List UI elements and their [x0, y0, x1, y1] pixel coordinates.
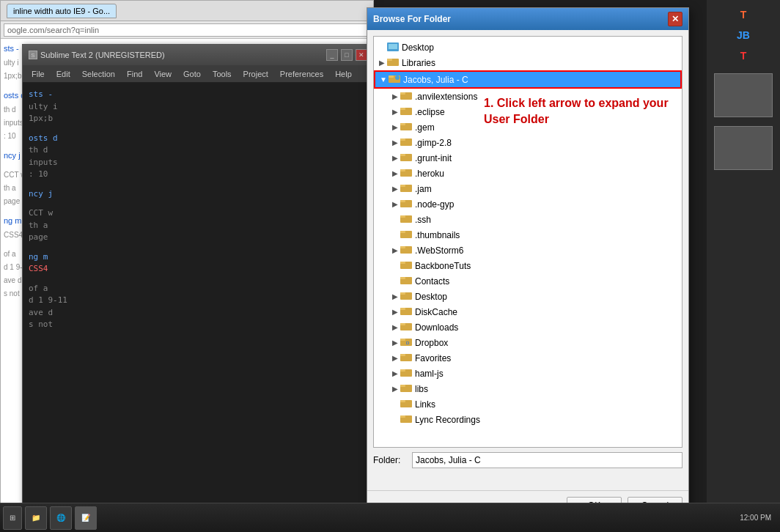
tree-item-webstorm6[interactable]: ▶.WebStorm6	[374, 243, 682, 258]
maximize-button[interactable]: □	[341, 49, 353, 61]
tree-item-libraries[interactable]: ▶Libraries	[374, 55, 682, 70]
menu-project[interactable]: Project	[238, 68, 274, 80]
tree-item-dropbox[interactable]: ▶DDropbox	[374, 335, 682, 350]
tree-label-anvilextensions: .anvilextensions	[415, 92, 477, 102]
expand-arrow-libraries[interactable]: ▶	[377, 58, 387, 68]
expand-arrow-haml-js[interactable]: ▶	[390, 369, 400, 379]
folder-icon-backbonetuts	[400, 259, 412, 272]
tree-item-favorites[interactable]: ▶Favorites	[374, 350, 682, 366]
expand-arrow-heroku[interactable]: ▶	[390, 169, 400, 179]
tree-item-lync-recordings[interactable]: Lync Recordings	[374, 412, 682, 427]
svg-rect-3	[387, 59, 392, 61]
expand-arrow-desktop[interactable]: ▶	[390, 292, 400, 302]
menu-find[interactable]: Find	[121, 68, 148, 80]
tree-item-contacts[interactable]: Contacts	[374, 273, 682, 289]
tree-item-node-gyp[interactable]: ▶.node-gyp	[374, 196, 682, 212]
svg-rect-40	[400, 339, 405, 341]
right-panel-icons: T JB T	[707, 0, 780, 176]
tree-item-desktop-top[interactable]: Desktop	[374, 40, 682, 55]
sublime-editor[interactable]: sts - ulty i 1px;b osts d th d inputs : …	[23, 83, 373, 527]
tree-item-diskcache[interactable]: ▶DiskCache	[374, 304, 682, 319]
folder-icon-grunt-init	[400, 152, 412, 164]
taskbar: ⊞ 📁 🌐 📝 12:00 PM	[0, 503, 780, 532]
tree-label-grunt-init: .grunt-init	[415, 153, 452, 163]
menu-goto[interactable]: Goto	[177, 68, 207, 80]
expand-arrow-eclipse[interactable]: ▶	[390, 107, 400, 117]
svg-rect-38	[400, 323, 405, 325]
folder-icon-desktop	[400, 290, 412, 303]
menu-tools[interactable]: Tools	[207, 68, 238, 80]
tree-item-ssh[interactable]: .ssh	[374, 212, 682, 227]
menu-view[interactable]: View	[148, 68, 177, 80]
expand-arrow-jacobs-julia[interactable]: ▼	[378, 75, 389, 85]
tree-label-lync-recordings: Lync Recordings	[415, 415, 480, 425]
expand-arrow-lync-recordings	[390, 415, 400, 425]
close-button[interactable]: ✕	[356, 49, 367, 61]
svg-rect-24	[400, 215, 405, 218]
expand-arrow-libs[interactable]: ▶	[390, 384, 400, 394]
folder-icon-eclipse	[400, 106, 412, 118]
expand-arrow-downloads[interactable]: ▶	[390, 322, 400, 333]
menu-preferences[interactable]: Preferences	[274, 68, 329, 80]
minimize-button[interactable]: _	[326, 49, 338, 61]
expand-arrow-desktop-top	[377, 43, 387, 53]
svg-rect-30	[400, 262, 405, 264]
expand-arrow-dropbox[interactable]: ▶	[390, 338, 400, 348]
tree-item-thumbnails[interactable]: .thumbnails	[374, 227, 682, 243]
menu-edit[interactable]: Edit	[51, 68, 76, 80]
tree-item-backbonetuts[interactable]: BackboneTuts	[374, 258, 682, 273]
taskbar-browser[interactable]: 🌐	[50, 506, 72, 530]
folder-icon-jacobs-julia	[389, 73, 400, 86]
tree-label-heroku: .heroku	[415, 169, 444, 179]
address-bar[interactable]: oogle.com/search?q=inlin	[4, 23, 370, 37]
tree-item-desktop[interactable]: ▶Desktop	[374, 289, 682, 304]
folder-icon-gimp28	[400, 136, 412, 149]
tree-item-libs[interactable]: ▶libs	[374, 381, 682, 396]
right-panel: T JB T	[707, 0, 780, 532]
tree-item-downloads[interactable]: ▶Downloads	[374, 319, 682, 335]
folder-icon-heroku	[400, 167, 412, 180]
browser-tab-bar: inline width auto IE9 - Go...	[1, 1, 373, 21]
window-controls: _ □ ✕	[326, 49, 367, 61]
tree-item-gimp28[interactable]: ▶.gimp-2.8	[374, 135, 682, 150]
expand-arrow-diskcache[interactable]: ▶	[390, 307, 400, 317]
sublime-title: Sublime Text 2 (UNREGISTERED)	[40, 51, 165, 59]
expand-arrow-favorites[interactable]: ▶	[390, 353, 400, 363]
tree-item-jam[interactable]: ▶.jam	[374, 181, 682, 196]
tree-item-grunt-init[interactable]: ▶.grunt-init	[374, 150, 682, 166]
folder-icon-downloads	[400, 321, 412, 333]
folder-input[interactable]	[412, 452, 682, 468]
svg-rect-10	[400, 108, 405, 110]
expand-arrow-webstorm6[interactable]: ▶	[390, 245, 400, 256]
folder-icon-anvilextensions	[400, 90, 412, 103]
svg-rect-47	[400, 385, 405, 387]
start-button[interactable]: ⊞	[3, 506, 22, 530]
menu-help[interactable]: Help	[329, 68, 358, 80]
folder-icon-desktop-top	[387, 41, 399, 53]
svg-rect-43	[400, 354, 405, 356]
dialog-titlebar: Browse For Folder ✕	[367, 8, 688, 30]
menu-file[interactable]: File	[26, 68, 51, 80]
tree-item-links[interactable]: Links	[374, 396, 682, 412]
taskbar-editor[interactable]: 📝	[75, 506, 97, 530]
tree-item-haml-js[interactable]: ▶haml-js	[374, 366, 682, 381]
folder-icon-dropbox: D	[400, 336, 412, 349]
browser-tab[interactable]: inline width auto IE9 - Go...	[7, 4, 117, 18]
tree-item-jacobs-julia[interactable]: ▼Jacobs, Julia - C	[374, 70, 682, 89]
tree-label-downloads: Downloads	[415, 322, 458, 333]
svg-rect-45	[400, 369, 405, 372]
dialog-close-button[interactable]: ✕	[668, 12, 682, 26]
tree-label-eclipse: .eclipse	[415, 107, 445, 117]
expand-arrow-anvilextensions[interactable]: ▶	[390, 92, 400, 102]
tree-item-heroku[interactable]: ▶.heroku	[374, 166, 682, 181]
expand-arrow-jam[interactable]: ▶	[390, 184, 400, 194]
expand-arrow-grunt-init[interactable]: ▶	[390, 153, 400, 163]
expand-arrow-gem[interactable]: ▶	[390, 122, 400, 133]
expand-arrow-node-gyp[interactable]: ▶	[390, 199, 400, 210]
menu-selection[interactable]: Selection	[76, 68, 121, 80]
tree-label-dropbox: Dropbox	[415, 338, 448, 348]
expand-arrow-gimp28[interactable]: ▶	[390, 138, 400, 148]
taskbar-explorer[interactable]: 📁	[25, 506, 47, 530]
icon-red: T	[737, 47, 750, 64]
svg-rect-36	[400, 308, 405, 310]
